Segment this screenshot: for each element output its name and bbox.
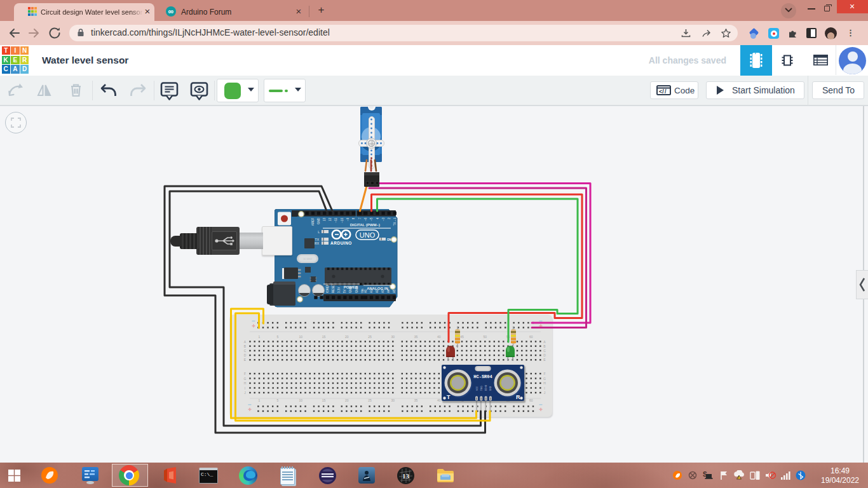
svg-text:TRIG: TRIG <box>480 386 483 391</box>
svg-text:R: R <box>516 394 520 400</box>
svg-text:ECHO: ECHO <box>485 384 487 391</box>
svg-text:T: T <box>447 394 451 400</box>
svg-text:HC-SR04: HC-SR04 <box>473 374 492 379</box>
svg-text:13: 13 <box>402 472 410 480</box>
svg-text:GND: GND <box>489 386 492 391</box>
svg-text:VCC: VCC <box>476 386 478 391</box>
